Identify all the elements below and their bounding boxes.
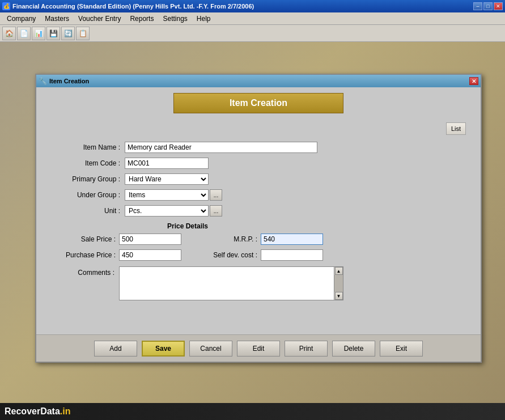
close-button[interactable]: ✕	[494, 2, 503, 10]
primary-group-select[interactable]: Hard Ware Software Peripherals	[125, 173, 209, 185]
toolbar-clipboard-button[interactable]: 📋	[76, 27, 90, 40]
titlebar-controls[interactable]: – □ ✕	[473, 2, 503, 10]
menu-settings[interactable]: Settings	[158, 14, 192, 24]
app-icon: 💰	[2, 2, 10, 10]
primary-group-row: Primary Group : Hard Ware Software Perip…	[51, 173, 466, 185]
item-name-row: Item Name :	[51, 142, 466, 153]
app-title: Financial Accounting (Standard Edition) …	[12, 3, 254, 10]
dialog-content: Item Creation List Item Name : Item Code…	[36, 87, 481, 333]
unit-label: Unit :	[51, 207, 125, 215]
menu-voucher-entry[interactable]: Voucher Entry	[74, 14, 125, 24]
price-details-section: Price Details Sale Price : Purchase Pric…	[45, 222, 472, 261]
toolbar-new-button[interactable]: 📄	[17, 27, 31, 40]
sale-price-label: Sale Price :	[57, 235, 119, 243]
dialog-icon: 🔧	[39, 77, 47, 85]
toolbar-refresh-button[interactable]: 🔄	[61, 27, 75, 40]
toolbar-home-button[interactable]: 🏠	[2, 27, 16, 40]
titlebar-left: 💰 Financial Accounting (Standard Edition…	[2, 2, 254, 10]
menu-help[interactable]: Help	[192, 14, 215, 24]
watermark-text: RecoverData.in	[5, 406, 71, 417]
comments-textarea[interactable]	[119, 266, 334, 300]
comments-label: Comments :	[45, 266, 119, 300]
scroll-up-button[interactable]: ▲	[335, 267, 343, 275]
titlebar: 💰 Financial Accounting (Standard Edition…	[0, 0, 505, 12]
item-code-input[interactable]	[125, 158, 209, 169]
mrp-input[interactable]	[261, 234, 323, 245]
watermark-brand: RecoverData	[5, 406, 60, 416]
mrp-row: M.R.P. :	[198, 234, 323, 245]
menu-company[interactable]: Company	[2, 14, 40, 24]
add-button[interactable]: Add	[94, 341, 137, 357]
self-dev-cost-row: Self dev. cost :	[198, 249, 323, 261]
save-button[interactable]: Save	[142, 341, 185, 357]
dialog-title-left: 🔧 Item Creation	[39, 77, 89, 85]
purchase-price-input[interactable]	[119, 249, 181, 261]
item-name-label: Item Name :	[51, 143, 125, 151]
self-dev-cost-label: Self dev. cost :	[198, 251, 261, 259]
edit-button[interactable]: Edit	[237, 341, 280, 357]
sale-price-input[interactable]	[119, 234, 181, 245]
item-code-label: Item Code :	[51, 159, 125, 167]
dialog-title: Item Creation	[49, 78, 89, 84]
purchase-price-row: Purchase Price :	[57, 249, 181, 261]
menu-reports[interactable]: Reports	[125, 14, 158, 24]
toolbar: 🏠 📄 📊 💾 🔄 📋	[0, 25, 505, 42]
exit-button[interactable]: Exit	[380, 341, 423, 357]
scroll-down-button[interactable]: ▼	[335, 292, 343, 300]
toolbar-save-button[interactable]: 💾	[46, 27, 60, 40]
sale-price-row: Sale Price :	[57, 234, 181, 245]
print-button[interactable]: Print	[285, 341, 328, 357]
unit-browse-button[interactable]: ...	[210, 205, 222, 217]
unit-select[interactable]: Pcs. Nos. Kg. Ltr.	[125, 205, 209, 217]
button-bar: Add Save Cancel Edit Print Delete Exit	[36, 334, 481, 362]
maximize-button[interactable]: □	[483, 2, 493, 10]
form-area: Item Name : Item Code : Primary Group : …	[45, 142, 472, 217]
item-creation-dialog: 🔧 Item Creation ✕ Item Creation List Ite…	[35, 74, 482, 363]
list-button-container: List	[45, 122, 472, 135]
price-details-grid: Sale Price : Purchase Price : M.R.P. :	[45, 234, 472, 261]
watermark-suffix: .in	[60, 406, 71, 416]
watermark-bar: RecoverData.in	[0, 403, 505, 420]
menu-masters[interactable]: Masters	[40, 14, 74, 24]
cancel-button[interactable]: Cancel	[189, 341, 232, 357]
dialog-close-button[interactable]: ✕	[469, 77, 478, 85]
price-details-title: Price Details	[45, 222, 472, 230]
under-group-label: Under Group :	[51, 191, 125, 199]
menubar: Company Masters Voucher Entry Reports Se…	[0, 12, 505, 25]
purchase-price-label: Purchase Price :	[57, 251, 119, 259]
price-col-left: Sale Price : Purchase Price :	[57, 234, 181, 261]
comments-section: Comments : ▲ ▼	[45, 266, 472, 300]
comments-scrollbar: ▲ ▼	[334, 266, 343, 300]
under-group-browse-button[interactable]: ...	[210, 189, 222, 201]
scroll-track	[334, 275, 343, 292]
price-col-right: M.R.P. : Self dev. cost :	[198, 234, 323, 261]
delete-button[interactable]: Delete	[332, 341, 375, 357]
mrp-label: M.R.P. :	[198, 235, 261, 243]
under-group-select[interactable]: Items Components Accessories	[125, 189, 209, 201]
minimize-button[interactable]: –	[473, 2, 482, 10]
item-code-row: Item Code :	[51, 158, 466, 169]
primary-group-label: Primary Group :	[51, 175, 125, 183]
unit-row: Unit : Pcs. Nos. Kg. Ltr. ...	[51, 205, 466, 217]
item-name-input[interactable]	[125, 142, 317, 153]
under-group-row: Under Group : Items Components Accessori…	[51, 189, 466, 201]
list-button[interactable]: List	[446, 122, 466, 135]
form-header: Item Creation	[173, 93, 343, 113]
toolbar-report-button[interactable]: 📊	[32, 27, 45, 40]
dialog-titlebar: 🔧 Item Creation ✕	[36, 75, 481, 87]
self-dev-cost-input[interactable]	[261, 249, 323, 261]
